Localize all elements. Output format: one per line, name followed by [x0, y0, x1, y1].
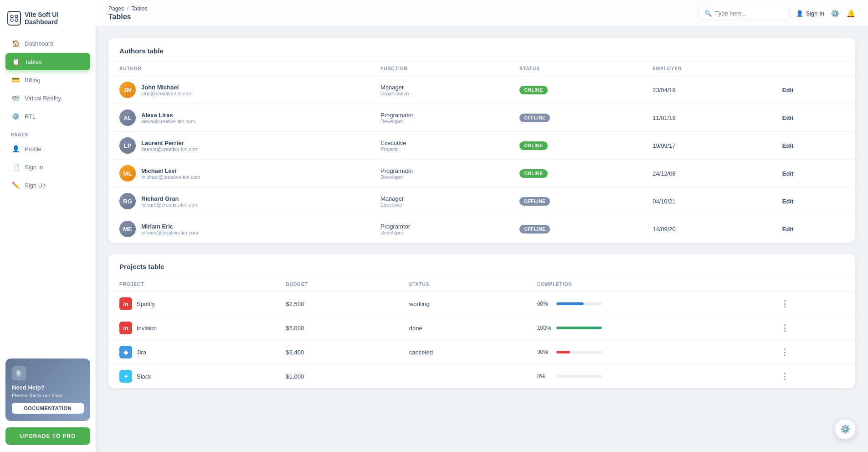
- table-row: ✦ Slack $1,000 0% ⋮: [108, 364, 855, 389]
- svg-rect-2: [10, 19, 13, 21]
- edit-button[interactable]: Edit: [782, 142, 794, 149]
- sidebar-item-virtual-reality[interactable]: 🥽 Virtual Reality: [5, 89, 90, 107]
- tables-icon: 📋: [11, 57, 20, 66]
- sidebar-item-rtl[interactable]: ⚙️ RTL: [5, 108, 90, 125]
- more-cell: ⋮: [770, 364, 855, 389]
- author-email: miriam@creative-tim.com: [141, 230, 198, 235]
- project-status: done: [409, 325, 422, 332]
- function-cell: Programtor Developer: [370, 215, 508, 243]
- edit-button[interactable]: Edit: [782, 226, 794, 233]
- table-row: RG Richard Gran richard@creative-tim.com…: [108, 187, 855, 215]
- more-cell: ⋮: [770, 340, 855, 364]
- sidebar-item-profile[interactable]: 👤 Profile: [5, 140, 90, 157]
- more-button[interactable]: ⋮: [781, 348, 789, 357]
- more-button[interactable]: ⋮: [781, 323, 789, 333]
- employed-date: 23/04/18: [652, 87, 676, 94]
- sidebar-item-sign-in[interactable]: 📄 Sign In: [5, 158, 90, 176]
- sidebar-item-label: Virtual Reality: [25, 95, 61, 102]
- sidebar-pages-nav: 👤 Profile 📄 Sign In ✏️ Sign Up: [5, 140, 90, 195]
- employed-cell: 14/09/20: [642, 215, 771, 243]
- edit-cell: Edit: [771, 76, 855, 104]
- app-title: Vite Soft UI Dashboard: [25, 11, 88, 26]
- function-title: Programtor: [380, 223, 498, 230]
- more-button[interactable]: ⋮: [781, 372, 789, 381]
- more-button[interactable]: ⋮: [781, 299, 789, 308]
- status-badge: OFFLINE: [519, 225, 550, 234]
- table-row: ML Michael Levi michael@creative-tim.com…: [108, 160, 855, 187]
- page-title: Tables: [108, 13, 147, 21]
- svg-rect-1: [15, 15, 17, 17]
- author-cell: ME Miriam Eric miriam@creative-tim.com: [108, 215, 370, 243]
- sidebar-item-label: Tables: [25, 58, 42, 65]
- avatar: ME: [119, 221, 136, 237]
- notification-icon[interactable]: 🔔: [846, 9, 855, 18]
- status-badge: ONLINE: [519, 86, 547, 94]
- edit-button[interactable]: Edit: [782, 170, 794, 177]
- sign-in-label: Sign In: [806, 10, 824, 17]
- edit-cell: Edit: [771, 160, 855, 187]
- sign-in-button[interactable]: 👤 Sign In: [796, 10, 824, 17]
- sidebar-item-tables[interactable]: 📋 Tables: [5, 53, 90, 70]
- author-name: Michael Levi: [141, 167, 200, 174]
- fab-settings-button[interactable]: ⚙️: [835, 419, 855, 439]
- avatar: JM: [119, 82, 136, 98]
- completion-cell: 0%: [526, 364, 770, 389]
- avatar: RG: [119, 193, 136, 209]
- documentation-button[interactable]: DOCUMENTATION: [12, 403, 84, 414]
- projects-col-project: PROJECT: [108, 277, 275, 292]
- breadcrumb-area: Pages / Tables Tables: [108, 5, 147, 21]
- edit-button[interactable]: Edit: [782, 198, 794, 205]
- author-name: Laurent Perrier: [141, 140, 198, 146]
- avatar: AL: [119, 109, 136, 126]
- author-cell: ML Michael Levi michael@creative-tim.com: [108, 160, 370, 187]
- edit-button[interactable]: Edit: [782, 114, 794, 121]
- project-name: Spotify: [137, 301, 155, 307]
- sidebar-item-billing[interactable]: 💳 Billing: [5, 71, 90, 88]
- function-sub: Projects: [380, 146, 498, 152]
- projects-col-status: STATUS: [398, 277, 526, 292]
- upgrade-button[interactable]: UPGRADE TO PRO: [5, 427, 90, 445]
- employed-cell: 19/09/17: [642, 132, 771, 160]
- edit-button[interactable]: Edit: [782, 87, 794, 94]
- sidebar-item-label: Sign In: [25, 164, 43, 171]
- function-title: Manager: [380, 195, 498, 202]
- function-title: Manager: [380, 84, 498, 91]
- projects-col-action: [770, 277, 855, 292]
- breadcrumb-current: Tables: [131, 5, 147, 12]
- settings-icon[interactable]: ⚙️: [831, 9, 840, 18]
- author-name: Alexa Liras: [141, 112, 195, 119]
- projects-table-title: Projects table: [108, 254, 855, 277]
- signup-icon: ✏️: [11, 181, 20, 190]
- function-sub: Organization: [380, 91, 498, 96]
- employed-date: 14/09/20: [652, 226, 676, 233]
- completion-pct: 30%: [537, 349, 552, 355]
- search-box[interactable]: 🔍: [699, 7, 790, 20]
- pages-section-label: PAGES: [5, 126, 90, 140]
- status-cell: ONLINE: [508, 76, 642, 104]
- status-badge: OFFLINE: [519, 197, 550, 206]
- sidebar-item-dashboard[interactable]: 🏠 Dashboard: [5, 35, 90, 52]
- topbar-right: 🔍 👤 Sign In ⚙️ 🔔: [699, 7, 855, 20]
- search-input[interactable]: [715, 10, 784, 17]
- completion-pct: 60%: [537, 301, 552, 307]
- budget-cell: $5,000: [275, 316, 398, 340]
- authors-table-title: Authors table: [108, 38, 855, 62]
- budget-value: $5,000: [286, 325, 304, 332]
- status-cell: OFFLINE: [508, 187, 642, 215]
- project-status-cell: working: [398, 292, 526, 316]
- project-cell: in Spotify: [108, 292, 275, 316]
- authors-table-card: Authors table AUTHOR FUNCTION STATUS EMP…: [108, 38, 855, 243]
- function-sub: Developer: [380, 230, 498, 235]
- function-cell: Manager Organization: [370, 76, 508, 104]
- completion-pct: 100%: [537, 325, 552, 331]
- projects-table-card: Projects table PROJECT BUDGET STATUS COM…: [108, 254, 855, 388]
- budget-value: $2,500: [286, 301, 304, 307]
- home-icon: 🏠: [11, 39, 20, 48]
- authors-col-author: AUTHOR: [108, 62, 370, 76]
- edit-cell: Edit: [771, 132, 855, 160]
- sidebar-item-sign-up[interactable]: ✏️ Sign Up: [5, 177, 90, 194]
- table-row: ◆ Jira $3,400 canceled 30% ⋮: [108, 340, 855, 364]
- employed-date: 19/09/17: [652, 142, 676, 149]
- function-sub: Executive: [380, 202, 498, 208]
- table-row: JM John Michael john@creative-tim.com Ma…: [108, 76, 855, 104]
